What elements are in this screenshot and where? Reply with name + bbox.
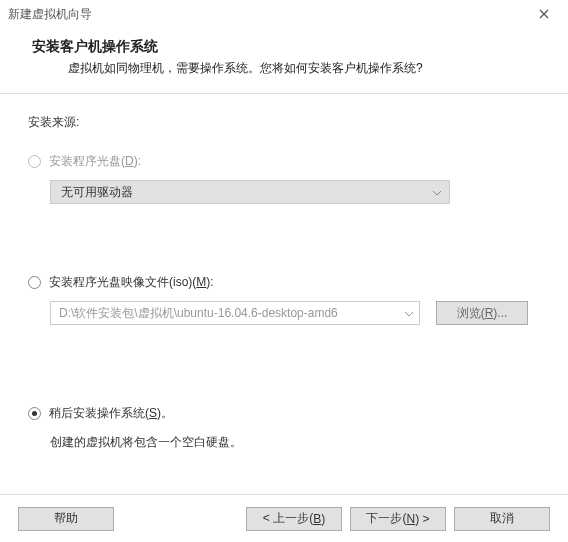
install-later-description: 创建的虚拟机将包含一个空白硬盘。 — [50, 434, 540, 451]
option-iso-file: 安装程序光盘映像文件(iso)(M): D:\软件安装包\虚拟机\ubuntu-… — [28, 274, 540, 325]
radio-iso-file[interactable]: 安装程序光盘映像文件(iso)(M): — [28, 274, 540, 291]
radio-label-iso: 安装程序光盘映像文件(iso)(M): — [49, 274, 214, 291]
radio-icon — [28, 407, 41, 420]
radio-label-disc: 安装程序光盘(D): — [49, 153, 141, 170]
page-title: 安装客户机操作系统 — [32, 38, 546, 56]
install-source-label: 安装来源: — [28, 114, 540, 131]
close-icon[interactable] — [524, 2, 564, 26]
option-installer-disc: 安装程序光盘(D): 无可用驱动器 — [28, 153, 540, 204]
radio-install-later[interactable]: 稍后安装操作系统(S)。 — [28, 405, 540, 422]
drive-select[interactable]: 无可用驱动器 — [50, 180, 450, 204]
browse-button[interactable]: 浏览(R)... — [436, 301, 528, 325]
cancel-button[interactable]: 取消 — [454, 507, 550, 531]
wizard-header: 安装客户机操作系统 虚拟机如同物理机，需要操作系统。您将如何安装客户机操作系统? — [0, 28, 568, 93]
next-button[interactable]: 下一步(N) > — [350, 507, 446, 531]
titlebar: 新建虚拟机向导 — [0, 0, 568, 28]
iso-path-input[interactable]: D:\软件安装包\虚拟机\ubuntu-16.04.6-desktop-amd6 — [50, 301, 420, 325]
option-install-later: 稍后安装操作系统(S)。 创建的虚拟机将包含一个空白硬盘。 — [28, 405, 540, 451]
chevron-down-icon — [405, 308, 413, 319]
drive-select-value: 无可用驱动器 — [61, 184, 133, 201]
radio-icon — [28, 155, 41, 168]
radio-label-later: 稍后安装操作系统(S)。 — [49, 405, 173, 422]
page-description: 虚拟机如同物理机，需要操作系统。您将如何安装客户机操作系统? — [32, 60, 546, 77]
radio-installer-disc[interactable]: 安装程序光盘(D): — [28, 153, 540, 170]
back-button[interactable]: < 上一步(B) — [246, 507, 342, 531]
chevron-down-icon — [433, 187, 441, 198]
content-area: 安装来源: 安装程序光盘(D): 无可用驱动器 安装程序光盘映像文件(iso)(… — [0, 94, 568, 487]
window-title: 新建虚拟机向导 — [8, 6, 92, 23]
iso-path-value: D:\软件安装包\虚拟机\ubuntu-16.04.6-desktop-amd6 — [59, 305, 338, 322]
help-button[interactable]: 帮助 — [18, 507, 114, 531]
wizard-footer: 帮助 < 上一步(B) 下一步(N) > 取消 — [0, 494, 568, 542]
radio-icon — [28, 276, 41, 289]
